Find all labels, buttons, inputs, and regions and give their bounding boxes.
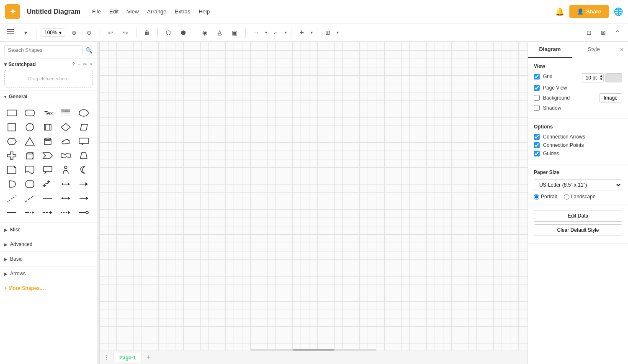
portrait-radio-label[interactable]: Portrait [534, 194, 557, 200]
shape-document[interactable] [22, 164, 37, 176]
section-header-basic[interactable]: ▶ Basic [0, 252, 97, 267]
fit-page-button[interactable]: ⊡ [583, 27, 595, 38]
shape-hexagon[interactable] [4, 135, 19, 148]
grid-checkbox[interactable] [534, 74, 540, 79]
notification-bell-icon[interactable]: 🔔 [555, 7, 564, 16]
shape-dashed-diag-1[interactable] [4, 192, 19, 205]
shape-dashed-diag-2[interactable] [22, 192, 37, 205]
shape-line-double-arrow[interactable] [58, 192, 73, 205]
add-shape-button[interactable]: + [296, 27, 308, 38]
share-button[interactable]: 👤 Edit Data Share [569, 5, 609, 18]
shape-parallelogram[interactable] [76, 121, 91, 133]
shape-cloud[interactable] [58, 135, 73, 148]
shape-rounded-rect[interactable] [22, 107, 37, 119]
grid-color-swatch[interactable] [605, 73, 622, 82]
shape-crescent[interactable] [76, 164, 91, 176]
shadow-checkbox[interactable] [534, 105, 540, 111]
connector-button[interactable]: → [250, 27, 263, 38]
shape-circle[interactable] [22, 121, 37, 133]
add-page-button[interactable]: + [144, 353, 154, 363]
table-button[interactable]: ⊞ [322, 27, 334, 38]
shape-connector-2[interactable] [22, 206, 37, 219]
shape-line-arrow[interactable] [76, 192, 91, 205]
shape-connector-5[interactable] [76, 206, 91, 219]
shape-note[interactable] [4, 164, 19, 176]
canvas-area[interactable]: ⋮ Page-1 + [100, 42, 528, 364]
collapse-panel-button[interactable]: ⌃ [611, 27, 624, 38]
shape-connector-1[interactable] [4, 206, 19, 219]
scratchpad-edit-icon[interactable]: ✏ [83, 62, 87, 67]
undo-button[interactable]: ↩ [104, 27, 117, 38]
search-icon[interactable]: 🔍 [85, 47, 93, 54]
shape-3d-rect[interactable] [22, 149, 37, 162]
page-view-checkbox[interactable] [534, 85, 540, 91]
zoom-in-button[interactable]: ⊕ [68, 27, 80, 38]
grid-size-down[interactable]: ▼ [600, 78, 603, 81]
shape-cylinder[interactable] [40, 135, 55, 148]
menu-edit[interactable]: Edit [106, 7, 122, 16]
shape-connector-3[interactable] [40, 206, 55, 219]
delete-button[interactable]: 🗑 [141, 27, 153, 38]
shape-heading[interactable]: Heading [58, 107, 73, 119]
guides-checkbox[interactable] [534, 151, 540, 156]
section-header-advanced[interactable]: ▶ Advanced [0, 237, 97, 252]
portrait-radio[interactable] [534, 194, 539, 200]
shape-diamond[interactable] [58, 121, 73, 133]
shape-text[interactable]: Text [40, 107, 55, 119]
menu-help[interactable]: Help [195, 7, 213, 16]
zoom-display[interactable]: 100% ▾ [41, 28, 65, 37]
redo-button[interactable]: ↪ [119, 27, 132, 38]
menu-file[interactable]: File [89, 7, 104, 16]
add-shape-chevron[interactable]: ▾ [311, 30, 313, 35]
tab-style[interactable]: Style [572, 42, 616, 58]
section-header-arrows[interactable]: ▶ Arrows [0, 267, 97, 281]
shape-line[interactable] [40, 192, 55, 205]
panel-close-button[interactable]: × [616, 42, 628, 58]
shape-chevron[interactable] [40, 149, 55, 162]
shape-triangle[interactable] [22, 135, 37, 148]
shape-s-arrow[interactable] [40, 178, 55, 190]
waypoint-button[interactable]: ⌐ [270, 27, 282, 38]
menu-view[interactable]: View [124, 7, 142, 16]
shape-rectangle[interactable] [4, 107, 19, 119]
stroke-color-button[interactable]: A̲ [214, 27, 226, 38]
scratchpad-add-icon[interactable]: + [77, 62, 80, 67]
shape-chat-bubble[interactable] [40, 164, 55, 176]
tab-diagram[interactable]: Diagram [528, 42, 572, 58]
waypoint-chevron[interactable]: ▾ [285, 30, 287, 35]
shape-arrow-single[interactable] [76, 178, 91, 190]
table-chevron[interactable]: ▾ [337, 30, 339, 35]
actual-size-button[interactable]: ⊠ [597, 27, 610, 38]
clear-default-style-button[interactable]: Clear Default Style [534, 224, 622, 236]
shape-connector-4[interactable] [58, 206, 73, 219]
menu-arrange[interactable]: Arrange [144, 7, 170, 16]
scratchpad-help-icon[interactable]: ? [72, 62, 75, 67]
shape-person[interactable] [58, 164, 73, 176]
landscape-radio-label[interactable]: Landscape [564, 194, 596, 200]
globe-icon[interactable]: 🌐 [614, 7, 623, 16]
connection-points-checkbox[interactable] [534, 142, 540, 148]
fill-color-button[interactable]: ◉ [198, 27, 211, 38]
edit-data-button[interactable]: Edit Data [534, 210, 622, 222]
shape-trapezoid[interactable] [76, 149, 91, 162]
menu-extras[interactable]: Extras [172, 7, 194, 16]
page-menu-icon[interactable]: ⋮ [103, 354, 110, 361]
shape-callout[interactable] [76, 135, 91, 148]
zoom-out-button[interactable]: ⊖ [83, 27, 95, 38]
shape-arrow-double[interactable] [58, 178, 73, 190]
connector-chevron[interactable]: ▾ [265, 30, 267, 35]
shape-square[interactable] [4, 121, 19, 133]
connection-arrows-checkbox[interactable] [534, 134, 540, 140]
sidebar-toggle-chevron[interactable]: ▾ [19, 27, 32, 38]
section-header-misc[interactable]: ▶ Misc [0, 223, 97, 237]
shape-process[interactable] [40, 121, 55, 133]
paper-size-dropdown[interactable]: US-Letter (8.5" x 11") A4 (210 x 297mm) … [534, 179, 622, 190]
scratchpad-close-icon[interactable]: × [90, 62, 93, 67]
to-front-button[interactable]: ⬡ [162, 27, 175, 38]
shape-d-shape[interactable] [4, 178, 19, 190]
shape-tape[interactable] [58, 149, 73, 162]
shape-cross[interactable] [4, 149, 19, 162]
sidebar-toggle-button[interactable] [4, 27, 17, 38]
page-tab-1[interactable]: Page-1 [113, 353, 142, 362]
search-input[interactable] [4, 45, 83, 55]
